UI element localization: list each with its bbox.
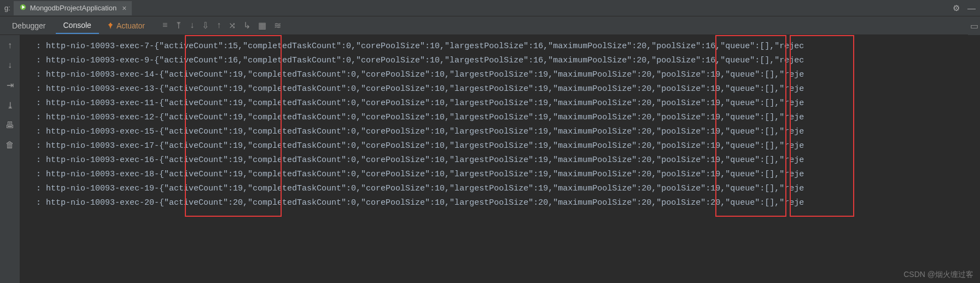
toolbar-icon-1[interactable]: ⤒ bbox=[175, 20, 182, 31]
watermark: CSDN @烟火缠过客 bbox=[903, 270, 973, 280]
console-toolbar: ≡ ⤒ ↓ ⇩ ↑ ⤨ ↳ ▦ ≋ bbox=[162, 20, 281, 31]
tab-debugger[interactable]: Debugger bbox=[4, 18, 54, 33]
scroll-up-icon[interactable]: ↑ bbox=[8, 41, 12, 50]
toolbar-icon-4[interactable]: ↑ bbox=[217, 20, 221, 31]
toolbar-icon-7[interactable]: ▦ bbox=[258, 20, 266, 31]
toolbar-icon-2[interactable]: ↓ bbox=[190, 20, 194, 31]
log-line: : http-nio-10093-exec-16-{"activeCount":… bbox=[36, 153, 980, 168]
tab-actuator[interactable]: Actuator bbox=[101, 18, 150, 33]
log-line: : http-nio-10093-exec-17-{"activeCount":… bbox=[36, 139, 980, 153]
toolbar-icon-0[interactable]: ≡ bbox=[162, 20, 167, 31]
console-gutter: ↑ ↓ ⇥ ⤓ 🖶 🗑 bbox=[0, 35, 20, 283]
layout-icon[interactable]: ▭ bbox=[968, 16, 980, 35]
log-line: : http-nio-10093-exec-19-{"activeCount":… bbox=[36, 182, 980, 196]
tab-title: MongodbProjectApplication bbox=[30, 4, 116, 12]
log-line: : http-nio-10093-exec-20-{"activeCount":… bbox=[36, 196, 980, 210]
log-line: : http-nio-10093-exec-14-{"activeCount":… bbox=[36, 68, 980, 82]
actuator-icon bbox=[107, 22, 114, 30]
scroll-to-end-icon[interactable]: ⤓ bbox=[7, 100, 14, 111]
log-line: : http-nio-10093-exec-12-{"activeCount":… bbox=[36, 111, 980, 125]
toolbar-icon-3[interactable]: ⇩ bbox=[202, 20, 209, 31]
scroll-down-icon[interactable]: ↓ bbox=[8, 60, 12, 70]
console-output[interactable]: : http-nio-10093-exec-7-{"activeCount":1… bbox=[20, 35, 980, 283]
tab-console[interactable]: Console bbox=[56, 18, 99, 34]
tool-window-tabs: Debugger Console Actuator ≡ ⤒ ↓ ⇩ ↑ ⤨ ↳ … bbox=[0, 16, 980, 35]
actuator-label: Actuator bbox=[116, 21, 145, 30]
toolbar-icon-6[interactable]: ↳ bbox=[243, 20, 250, 31]
toolbar-icon-8[interactable]: ≋ bbox=[274, 20, 281, 31]
log-line: : http-nio-10093-exec-7-{"activeCount":1… bbox=[36, 39, 980, 54]
clear-all-icon[interactable]: 🗑 bbox=[5, 140, 14, 150]
spring-run-icon bbox=[19, 3, 27, 13]
log-line: : http-nio-10093-exec-9-{"activeCount":1… bbox=[36, 54, 980, 68]
log-line: : http-nio-10093-exec-15-{"activeCount":… bbox=[36, 125, 980, 139]
log-line: : http-nio-10093-exec-18-{"activeCount":… bbox=[36, 168, 980, 182]
log-line: : http-nio-10093-exec-13-{"activeCount":… bbox=[36, 82, 980, 96]
soft-wrap-icon[interactable]: ⇥ bbox=[7, 80, 14, 90]
run-tab[interactable]: MongodbProjectApplication × bbox=[14, 1, 132, 15]
settings-icon[interactable]: ⚙ bbox=[953, 3, 960, 13]
title-bar: g: MongodbProjectApplication × ⚙ — bbox=[0, 0, 980, 16]
toolbar-icon-5[interactable]: ⤨ bbox=[229, 20, 236, 31]
log-line: : http-nio-10093-exec-11-{"activeCount":… bbox=[36, 96, 980, 111]
prefix-label: g: bbox=[4, 4, 10, 12]
print-icon[interactable]: 🖶 bbox=[5, 120, 14, 130]
close-tab-icon[interactable]: × bbox=[122, 4, 126, 13]
minimize-icon[interactable]: — bbox=[967, 3, 976, 13]
